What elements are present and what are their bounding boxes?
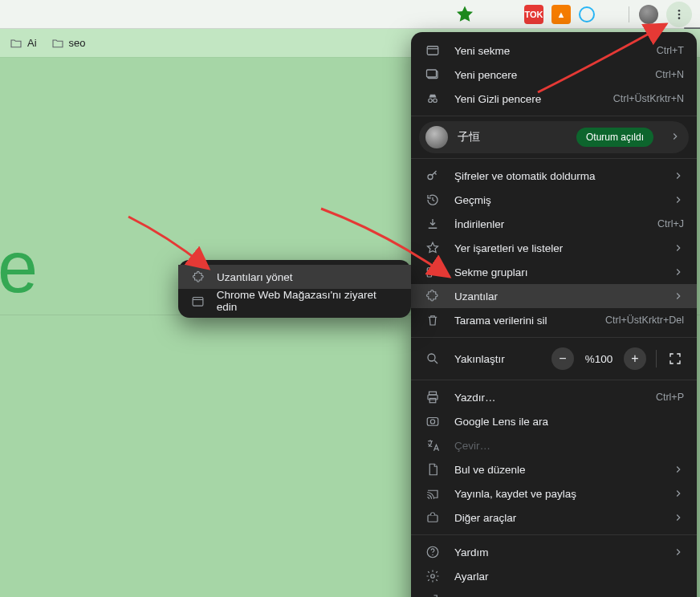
menu-separator [411, 534, 697, 535]
translate-icon [424, 438, 442, 453]
menu-label: Yazdır… [454, 392, 643, 404]
submenu-label: Chrome Web Mağazası'nı ziyaret edin [217, 289, 398, 313]
zoom-value: %100 [580, 353, 617, 365]
trash-icon [424, 313, 442, 327]
menu-label: Şifreler ve otomatik doldurma [454, 170, 660, 182]
menu-label: Yeni sekme [454, 45, 644, 57]
chevron-right-icon [673, 266, 684, 278]
extension-icon-tok[interactable]: TOK [524, 5, 543, 24]
menu-item-clear-data[interactable]: Tarama verilerini sil Ctrl+ÜstKrktr+Del [411, 308, 697, 332]
menu-separator [411, 337, 697, 338]
menu-label: Bul ve düzenle [454, 464, 660, 476]
bookmark-folder-ai[interactable]: Ai [10, 37, 37, 50]
cast-icon [424, 486, 442, 501]
star-icon [424, 241, 442, 255]
menu-item-find[interactable]: Bul ve düzenle [411, 457, 697, 481]
menu-separator [411, 158, 697, 159]
chevron-right-icon [673, 546, 684, 558]
submenu-item-manage-extensions[interactable]: Uzantıları yönet [178, 265, 411, 289]
menu-label: Geçmiş [454, 194, 660, 206]
menu-item-lens[interactable]: Google Lens ile ara [411, 409, 697, 433]
puzzle-icon [424, 289, 442, 303]
menu-item-more-tools[interactable]: Diğer araçlar [411, 506, 697, 530]
profile-name: 子恒 [458, 130, 567, 144]
bookmark-folder-seo[interactable]: seo [51, 37, 86, 50]
menu-item-extensions[interactable]: Uzantılar [411, 284, 697, 308]
tab-groups-icon [424, 265, 442, 279]
menu-item-passwords[interactable]: Şifreler ve otomatik doldurma [411, 164, 697, 188]
google-logo-fragment: le [0, 226, 35, 309]
submenu-label: Uzantıları yönet [217, 271, 293, 283]
zoom-icon [424, 351, 442, 366]
extension-icon-ring[interactable] [579, 6, 595, 22]
puzzle-icon [191, 270, 206, 284]
profile-avatar-icon [425, 126, 448, 148]
menu-item-bookmarks[interactable]: Yer işaretleri ve listeler [411, 236, 697, 260]
menu-item-cast[interactable]: Yayınla, kaydet ve paylaş [411, 481, 697, 506]
submenu-item-web-store[interactable]: Chrome Web Mağazası'nı ziyaret edin [178, 289, 411, 313]
incognito-icon [424, 91, 442, 106]
chevron-right-icon [673, 464, 684, 475]
menu-item-exit[interactable]: Çıkış [411, 588, 697, 597]
zoom-in-button[interactable]: + [624, 347, 646, 370]
browser-toolbar: TOK ▲ [0, 0, 700, 29]
briefcase-icon [424, 510, 442, 525]
menu-item-zoom: Yakınlaştır − %100 + [411, 343, 697, 375]
zoom-out-button[interactable]: − [551, 347, 574, 370]
menu-label: Google Lens ile ara [454, 416, 684, 428]
history-icon [424, 193, 442, 207]
bookmark-star-icon[interactable] [454, 3, 476, 26]
menu-shortcut: Ctrl+T [657, 45, 684, 56]
menu-label: Yardım [454, 546, 660, 558]
menu-shortcut: Ctrl+ÜstKrktr+N [613, 93, 684, 104]
new-tab-icon [424, 43, 442, 58]
extensions-submenu: Uzantıları yönet Chrome Web Mağazası'nı … [178, 260, 411, 318]
chevron-right-icon [673, 170, 684, 181]
chrome-menu-button[interactable] [666, 2, 692, 27]
menu-item-print[interactable]: Yazdır… Ctrl+P [411, 385, 697, 409]
profile-avatar[interactable] [639, 5, 658, 24]
separator [629, 6, 629, 22]
chevron-right-icon [669, 131, 681, 144]
menu-label: Sekme grupları [454, 266, 660, 278]
chevron-right-icon [673, 242, 684, 254]
help-icon [424, 545, 442, 559]
menu-label: Yer işaretleri ve listeler [454, 242, 660, 254]
chevron-right-icon [673, 488, 684, 499]
menu-separator [411, 380, 697, 380]
menu-item-downloads[interactable]: İndirilenler Ctrl+J [411, 212, 697, 236]
zoom-controls: − %100 + [551, 347, 684, 370]
chevron-right-icon [673, 194, 684, 205]
menu-item-help[interactable]: Yardım [411, 540, 697, 564]
bookmark-label: Ai [27, 37, 37, 49]
extension-icon-orange[interactable]: ▲ [551, 5, 571, 24]
fullscreen-button[interactable] [666, 350, 684, 368]
menu-shortcut: Ctrl+ÜstKrktr+Del [605, 315, 684, 326]
menu-item-new-window[interactable]: Yeni pencere Ctrl+N [411, 63, 697, 87]
menu-item-history[interactable]: Geçmiş [411, 188, 697, 212]
menu-item-tab-groups[interactable]: Sekme grupları [411, 260, 697, 284]
menu-item-translate: Çevir… [411, 433, 697, 457]
menu-item-new-tab[interactable]: Yeni sekme Ctrl+T [411, 39, 697, 63]
menu-shortcut: Ctrl+N [655, 69, 684, 80]
key-icon [424, 169, 442, 183]
document-icon [424, 462, 442, 477]
menu-label: İndirilenler [454, 218, 645, 230]
menu-item-profile[interactable]: 子恒 Oturum açıldı [419, 121, 689, 153]
bookmark-label: seo [69, 37, 86, 49]
menu-item-settings[interactable]: Ayarlar [411, 564, 697, 588]
menu-separator [411, 116, 697, 116]
separator [656, 350, 657, 368]
menu-label: Yayınla, kaydet ve paylaş [454, 488, 660, 500]
profile-status-pill: Oturum açıldı [576, 128, 653, 147]
menu-label: Tarama verilerini sil [454, 315, 592, 327]
menu-shortcut: Ctrl+P [656, 392, 684, 403]
menu-item-new-incognito[interactable]: Yeni Gizli pencere Ctrl+ÜstKrktr+N [411, 87, 697, 111]
extensions-puzzle-icon[interactable] [603, 6, 619, 22]
menu-label: Çıkış [454, 595, 684, 598]
new-window-icon [424, 67, 442, 82]
print-icon [424, 390, 442, 404]
menu-label: Uzantılar [454, 290, 660, 303]
menu-label: Yakınlaştır [454, 353, 539, 365]
chevron-right-icon [673, 290, 684, 302]
